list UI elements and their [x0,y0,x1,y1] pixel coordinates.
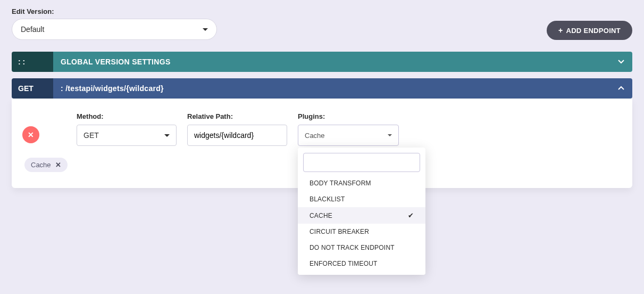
plugins-option-label: DO NOT TRACK ENDPOINT [310,244,395,251]
chevron-down-icon [617,58,625,66]
add-endpoint-button[interactable]: + ADD ENDPOINT [547,21,632,40]
plugins-search-input[interactable] [303,153,420,172]
plugins-dropdown-option[interactable]: BLACKLIST [298,191,425,207]
plugins-dropdown-option[interactable]: BODY TRANSFORM [298,175,425,191]
add-endpoint-label: ADD ENDPOINT [566,27,621,35]
global-settings-title: GLOBAL VERSION SETTINGS [61,58,171,66]
plugins-dropdown: BODY TRANSFORMBLACKLISTCACHE✔CIRCUIT BRE… [298,148,425,275]
remove-tag-icon[interactable]: ✕ [55,161,61,169]
method-select-value: GET [83,131,99,140]
plugins-option-label: BODY TRANSFORM [310,179,371,187]
chevron-up-icon [617,85,625,92]
endpoint-panel-header[interactable]: GET : /testapi/widgets/{wildcard} [12,78,632,99]
plugin-tag: Cache✕ [24,158,68,172]
endpoint-method-badge: GET [18,84,34,93]
version-select-value: Default [21,25,44,34]
delete-endpoint-button[interactable]: ✕ [22,126,39,143]
plugins-dropdown-option[interactable]: CIRCUIT BREAKER [298,224,425,240]
method-label: Method: [77,112,177,120]
plugins-option-label: BLACKLIST [310,195,345,203]
caret-down-icon [388,134,392,136]
plugins-option-label: ENFORCED TIMEOUT [310,260,378,267]
method-select[interactable]: GET [77,125,177,146]
close-icon: ✕ [28,130,34,139]
edit-version-label: Edit Version: [12,7,217,15]
global-left-label: : : [18,58,25,66]
plugins-select-value: Cache [305,132,325,140]
plugin-tag-label: Cache [31,161,51,169]
endpoint-path-title: : /testapi/widgets/{wildcard} [61,84,164,93]
plus-icon: + [558,26,563,35]
relative-path-label: Relative Path: [187,112,287,120]
relative-path-input[interactable] [187,125,287,146]
plugins-dropdown-option[interactable]: ENFORCED TIMEOUT [298,256,425,272]
plugins-dropdown-option[interactable]: DO NOT TRACK ENDPOINT [298,240,425,256]
check-icon: ✔ [408,211,414,219]
plugins-option-label: CACHE [310,212,332,219]
chevron-down-icon [203,28,208,31]
plugins-dropdown-option[interactable]: CACHE✔ [298,207,425,224]
version-select[interactable]: Default [12,19,217,40]
endpoint-card: ✕ Method: GET Relative Path: Plugins: Ca… [12,99,632,188]
plugins-label: Plugins: [298,112,399,120]
chevron-down-icon [164,134,170,137]
plugins-option-label: CIRCUIT BREAKER [310,228,369,235]
plugins-select[interactable]: Cache [298,125,399,146]
global-settings-panel[interactable]: : : GLOBAL VERSION SETTINGS [12,52,632,72]
plugins-dropdown-list[interactable]: BODY TRANSFORMBLACKLISTCACHE✔CIRCUIT BRE… [298,175,425,275]
